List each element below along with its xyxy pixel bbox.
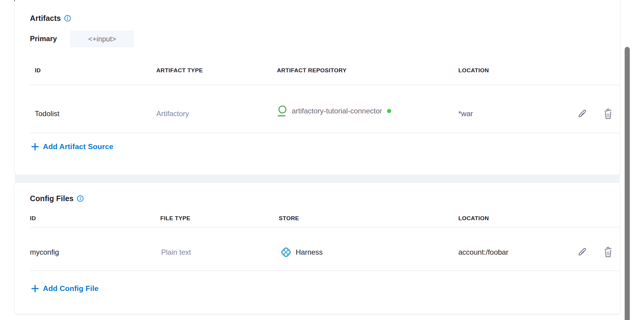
- col-header-artifact-type: ARTIFACT TYPE: [156, 67, 203, 74]
- col-header-artifact-repository: ARTIFACT REPOSITORY: [277, 67, 346, 74]
- table-row-divider: [30, 133, 619, 133]
- plus-icon: [31, 143, 39, 151]
- artifact-repository-cell: artifactory-tutorial-connector: [278, 104, 391, 118]
- info-icon[interactable]: [64, 15, 71, 22]
- connected-status-dot: [387, 109, 391, 113]
- config-id-cell: myconfig: [30, 248, 59, 256]
- connector-name: artifactory-tutorial-connector: [292, 107, 382, 115]
- config-files-title: Config Files: [30, 194, 73, 203]
- add-config-file-button[interactable]: Add Config File: [31, 284, 99, 293]
- delete-config-file-button[interactable]: [601, 245, 615, 259]
- col-header-store: STORE: [279, 215, 299, 222]
- vertical-scrollbar[interactable]: [625, 47, 630, 320]
- artifact-location-cell: *war: [458, 109, 473, 118]
- artifactory-connector-icon: [278, 105, 287, 117]
- col-header-file-type: FILE TYPE: [160, 215, 190, 222]
- pipeline-service-config-page: Artifacts Primary <+input> ID ARTIFACT T…: [0, 0, 644, 320]
- artifact-type-cell: Artifactory: [156, 109, 189, 118]
- delete-artifact-button[interactable]: [601, 107, 615, 120]
- add-artifact-source-label: Add Artifact Source: [43, 142, 113, 151]
- info-icon[interactable]: [77, 195, 84, 202]
- primary-artifact-label: Primary: [30, 34, 57, 43]
- plus-icon: [31, 285, 39, 292]
- add-config-file-label: Add Config File: [43, 284, 99, 293]
- artifacts-header: Artifacts: [30, 14, 71, 23]
- col-header-location: LOCATION: [458, 67, 489, 74]
- config-files-card: Config Files ID FILE TYPE STORE LOCATION…: [15, 183, 620, 314]
- table-row-divider: [30, 270, 619, 271]
- artifact-id-cell: Todolist: [35, 109, 59, 118]
- config-store-cell: Harness: [280, 246, 323, 259]
- config-files-header: Config Files: [30, 194, 84, 203]
- artifacts-card: Artifacts Primary <+input> ID ARTIFACT T…: [15, 0, 620, 175]
- edit-config-file-button[interactable]: [575, 245, 589, 259]
- add-artifact-source-button[interactable]: Add Artifact Source: [31, 142, 113, 151]
- col-header-location: LOCATION: [458, 215, 489, 222]
- card-separator: [15, 175, 620, 183]
- edit-artifact-button[interactable]: [575, 107, 589, 120]
- col-header-id: ID: [30, 215, 36, 222]
- artifacts-title: Artifacts: [30, 14, 61, 23]
- col-header-id: ID: [35, 67, 41, 74]
- store-name: Harness: [296, 248, 323, 256]
- primary-artifact-input[interactable]: <+input>: [70, 31, 134, 47]
- table-header-divider: [30, 85, 619, 85]
- config-location-cell: account:/foobar: [458, 248, 508, 256]
- table-header-divider: [30, 227, 619, 228]
- config-file-type-cell: Plain text: [161, 248, 191, 256]
- harness-store-icon: [280, 246, 292, 259]
